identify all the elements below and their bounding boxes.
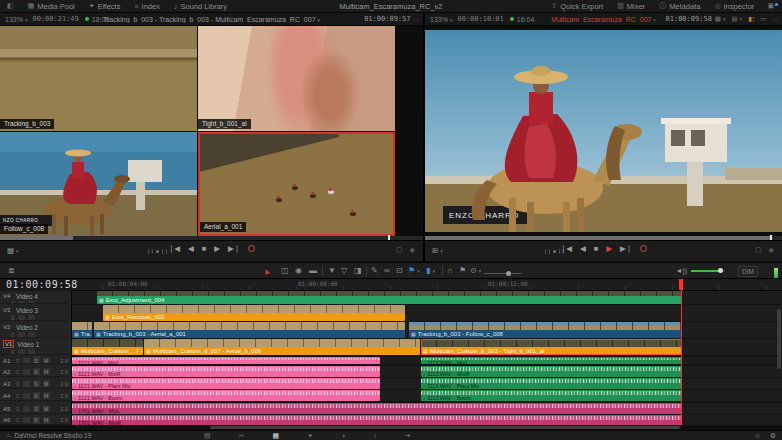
- mute-button[interactable]: M: [43, 368, 50, 375]
- angle-cell-follow[interactable]: NZO CHARRO Follow_c_008: [0, 132, 197, 236]
- transform-icon[interactable]: ▤▾: [732, 15, 743, 23]
- timeline-clip[interactable]: ♪ 1113.WAV - Boom: [421, 390, 682, 401]
- track-handle-icon[interactable]: ≡: [16, 358, 20, 364]
- page-tab-deliver[interactable]: ➔: [405, 432, 411, 440]
- timeline-clip[interactable]: ▦Multicam_Custom_d_007 - Aerial_b_006: [144, 339, 420, 355]
- go-to-last-frame-button[interactable]: ▶❘: [620, 244, 632, 253]
- track-handle-icon[interactable]: ≡: [16, 381, 20, 387]
- marker-icon[interactable]: ▮▾: [426, 266, 435, 276]
- go-to-last-frame-button[interactable]: ▶❘: [228, 244, 240, 253]
- loop-button[interactable]: [640, 245, 647, 252]
- zoom-tool-icon[interactable]: ⊙▾: [470, 266, 481, 276]
- timeline-ruler[interactable]: 01:00:04:0001:00:08:0001:00:12:00: [72, 279, 782, 291]
- track-handle-icon[interactable]: ≡: [16, 406, 20, 412]
- index-button[interactable]: ≡Index: [127, 2, 166, 11]
- track-handle-icon[interactable]: ≡: [16, 393, 20, 399]
- track-lock-icon[interactable]: [23, 381, 30, 387]
- track-header-v2[interactable]: V2Video 2 ≡: [0, 322, 72, 338]
- timeline-clip[interactable]: ▦Tracking_b_003 - Aerial_a_001: [94, 322, 405, 338]
- track-target-v1[interactable]: V1: [3, 340, 14, 348]
- timeline-clip[interactable]: ▦Tracking_b_003 - Follow_c_008: [409, 322, 682, 338]
- quick-export-button[interactable]: ⇧Quick Export: [544, 0, 610, 12]
- track-lock-icon[interactable]: [23, 406, 30, 412]
- inspector-button[interactable]: ◎Inspector: [707, 0, 761, 12]
- pen-tool-icon[interactable]: ✎: [371, 266, 378, 276]
- go-to-first-frame-button[interactable]: ❘◀: [168, 244, 180, 253]
- track-header-v3[interactable]: V3Video 3 ≡: [0, 305, 72, 321]
- stop-button[interactable]: ■: [594, 244, 599, 253]
- metadata-button[interactable]: ⓘMetadata: [652, 0, 707, 12]
- track-target-a4[interactable]: A4: [3, 393, 13, 399]
- vertical-scrollbar[interactable]: [777, 309, 781, 369]
- track-target-a6[interactable]: A6: [3, 417, 13, 423]
- track-target-a3[interactable]: A3: [3, 381, 13, 387]
- track-lock-icon[interactable]: [23, 393, 30, 399]
- page-tab-cut[interactable]: ✂: [239, 432, 245, 440]
- mixer-button[interactable]: ▥Mixer: [610, 0, 652, 12]
- track-header-a4[interactable]: A4≡SM2.0: [0, 390, 72, 401]
- viewer-zoom-select[interactable]: 133%▾: [5, 16, 27, 23]
- mute-button[interactable]: M: [43, 380, 50, 387]
- track-handle-icon[interactable]: ≡: [16, 417, 20, 423]
- timeline-view-options-icon[interactable]: ≣: [8, 266, 15, 276]
- viewer-more-icon[interactable]: ···: [773, 16, 780, 23]
- mute-button[interactable]: M: [43, 357, 50, 364]
- mute-button[interactable]: M: [43, 405, 50, 412]
- track-header-v4[interactable]: V4Video 4 ≡: [0, 291, 72, 304]
- timeline-clip[interactable]: ♪ 1701.WAV - MixR: [72, 415, 682, 425]
- track-lock-icon[interactable]: [23, 417, 30, 423]
- snapping-icon[interactable]: ∩: [447, 266, 453, 276]
- loop-button[interactable]: [248, 245, 255, 252]
- track-target-v2[interactable]: V2: [3, 324, 13, 330]
- linked-selection-icon[interactable]: ∞: [384, 266, 390, 276]
- track-handle-icon[interactable]: ≡: [11, 332, 15, 338]
- track-handle-icon[interactable]: ≡: [16, 369, 20, 375]
- step-back-button[interactable]: ◀: [188, 244, 194, 253]
- angle-cell-tracking[interactable]: Tracking_b_003: [0, 26, 197, 131]
- track-lock-icon[interactable]: [28, 315, 35, 321]
- play-button[interactable]: ▶: [214, 244, 220, 253]
- solo-button[interactable]: S: [33, 392, 40, 399]
- panel-toggle-icon[interactable]: ◧: [0, 0, 21, 12]
- solo-button[interactable]: S: [33, 368, 40, 375]
- timeline-clip[interactable]: ♪ 1121.WAV - MixR: [72, 366, 380, 377]
- project-manager-icon[interactable]: ⌂: [755, 432, 759, 440]
- flag-icon[interactable]: ⚑▾: [408, 266, 420, 276]
- track-header-a6[interactable]: A6≡SM2.0: [0, 415, 72, 425]
- selection-tool-icon[interactable]: ➤: [261, 267, 273, 277]
- media-pool-button[interactable]: ▦Media Pool: [21, 2, 82, 11]
- timeline-clip[interactable]: ▦Exot_Removal_003: [103, 305, 405, 321]
- timeline-clip[interactable]: ♪ 1121.WAV - MixL: [72, 357, 380, 364]
- track-target-a5[interactable]: A5: [3, 406, 13, 412]
- go-to-first-frame-button[interactable]: ❘◀: [560, 244, 572, 253]
- track-lock-icon[interactable]: [28, 301, 35, 304]
- project-settings-icon[interactable]: ⚙: [770, 432, 776, 440]
- solo-button[interactable]: S: [33, 405, 40, 412]
- timeline-clip[interactable]: ♪ 1121.WAV - Plant Mic: [72, 378, 380, 389]
- dim-button[interactable]: DIM: [738, 266, 758, 277]
- audio-volume-control[interactable]: ◄)): [675, 267, 725, 274]
- timeline-clip[interactable]: ▦Tra..._al: [72, 322, 92, 338]
- track-lock-icon[interactable]: [23, 358, 30, 364]
- viewer-zoom-select[interactable]: 133%▾: [430, 16, 452, 23]
- timeline-clip[interactable]: ♪ 1701.WAV - MixL: [72, 403, 682, 414]
- track-header-a3[interactable]: A3≡SM2.0: [0, 378, 72, 389]
- track-target-a2[interactable]: A2: [3, 369, 13, 375]
- track-header-a2[interactable]: A2≡SM2.0: [0, 366, 72, 377]
- track-handle-icon[interactable]: ≡: [11, 301, 15, 304]
- track-enable-icon[interactable]: [18, 315, 25, 321]
- trim-edit-tool-icon[interactable]: ◫: [281, 266, 289, 276]
- timeline-clip[interactable]: ▦Exot_Adjustment_004: [97, 291, 682, 304]
- match-frame-icon[interactable]: ▢: [396, 246, 403, 254]
- overwrite-clip-icon[interactable]: ▽: [341, 266, 347, 276]
- timeline-clip[interactable]: ♪ 1113.WAV - MixR: [421, 366, 682, 377]
- timeline-clip[interactable]: ♪ 1121.WAV - Boom: [72, 390, 380, 401]
- solo-button[interactable]: S: [33, 380, 40, 387]
- track-enable-icon[interactable]: [18, 301, 25, 304]
- blade-tool-icon[interactable]: ▬: [309, 266, 317, 276]
- stop-button[interactable]: ■: [202, 244, 207, 253]
- track-target-v4[interactable]: V4: [3, 293, 13, 299]
- viewer-more-icon[interactable]: ···: [414, 16, 421, 23]
- playhead[interactable]: [681, 279, 682, 425]
- color-tools-icon[interactable]: ◧: [748, 15, 754, 23]
